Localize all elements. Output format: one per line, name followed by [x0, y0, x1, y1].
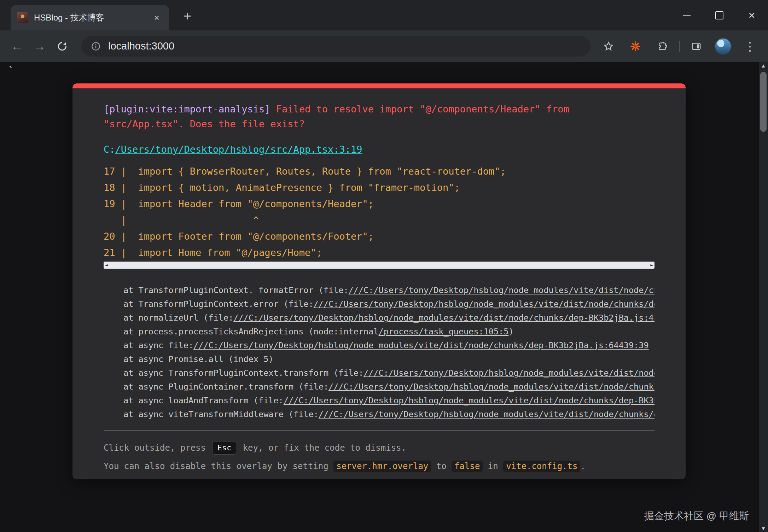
stack-text: at async PluginContainer.transform (file…: [123, 382, 328, 392]
orange-burst-extension-icon: [630, 41, 641, 52]
config-code: vite.config.ts: [503, 461, 580, 472]
stack-file-link[interactable]: ///C:/Users/tony/Desktop/hsblog/node_mod…: [193, 340, 649, 350]
scroll-down-arrow-icon[interactable]: ▼: [759, 525, 768, 531]
stack-file-link[interactable]: ///C:/Users/tony/Desktop/hsblog/node_mod…: [328, 382, 654, 392]
stack-line: at process.processTicksAndRejections (no…: [123, 325, 654, 339]
stack-text: at async loadAndTransform (file:: [123, 396, 284, 405]
community-watermark: 掘金技术社区 @ 甲维斯: [644, 509, 749, 523]
url-text[interactable]: localhost:3000: [108, 40, 174, 52]
vertical-scrollbar[interactable]: ▲ ▼: [759, 62, 768, 532]
profile-avatar: [715, 38, 732, 55]
stack-line: at TransformPluginContext._formatError (…: [123, 283, 654, 297]
side-panel-icon: [691, 41, 702, 52]
stack-line: at async Promise.all (index 5): [123, 352, 654, 366]
browser-window: HSBlog - 技术博客 × + × ← → localhost:3000: [0, 0, 768, 532]
stack-line: at async PluginContainer.transform (file…: [123, 380, 654, 394]
stack-line: at TransformPluginContext.error (file://…: [123, 297, 654, 311]
stack-file-link[interactable]: ///C:/Users/tony/Desktop/hsblog/node_mod…: [233, 313, 654, 323]
browser-toolbar: ← → localhost:3000 ⋮: [0, 30, 768, 62]
stack-text: at async file:: [123, 340, 193, 350]
error-file-link[interactable]: /Users/tony/Desktop/hsblog/src/App.tsx:3…: [115, 144, 362, 155]
stack-line: at normalizeUrl (file:///C:/Users/tony/D…: [123, 311, 654, 325]
config-code: server.hmr.overlay: [333, 461, 431, 472]
code-frame: 17 | import { BrowserRouter, Routes, Rou…: [104, 163, 654, 261]
toolbar-right-group: ⋮: [598, 36, 762, 57]
stack-file-link[interactable]: ///C:/Users/tony/Desktop/hsblog/node_mod…: [363, 368, 654, 378]
tip-text: Click outside, press: [104, 443, 211, 453]
kebab-menu-icon: ⋮: [744, 39, 756, 53]
overlay-config-tip: You can also disable this overlay by set…: [104, 460, 654, 472]
back-arrow-icon: ←: [11, 39, 23, 53]
bookmark-star-icon: [603, 41, 614, 52]
forward-arrow-icon: →: [34, 39, 46, 53]
reload-button[interactable]: [51, 35, 74, 58]
back-button[interactable]: ←: [6, 35, 28, 58]
stack-file-link[interactable]: ///C:/Users/tony/Desktop/hsblog/node_mod…: [284, 396, 654, 405]
tip-text: .: [580, 461, 585, 471]
page-viewport: ` [plugin:vite:import-analysis] Failed t…: [0, 62, 768, 532]
stack-file-link[interactable]: ///C:/Users/tony/Desktop/hsblog/node_mod…: [319, 409, 654, 419]
tip-text: You can also disable this overlay by set…: [104, 461, 333, 471]
tab-favicon-icon: [17, 12, 28, 23]
bookmark-star-button[interactable]: [598, 36, 619, 57]
stack-text: at TransformPluginContext.error (file:: [123, 299, 314, 309]
horizontal-scrollbar[interactable]: ◄►: [104, 262, 654, 269]
error-accent-bar: [72, 83, 686, 88]
window-controls: ×: [670, 0, 768, 30]
stack-line: at async viteTransformMiddleware (file:/…: [123, 408, 654, 421]
error-overlay-body: [plugin:vite:import-analysis] Failed to …: [72, 88, 686, 472]
tip-text: in: [483, 461, 503, 471]
plugin-tag: [plugin:vite:import-analysis]: [104, 104, 270, 115]
window-minimize-button[interactable]: [670, 0, 703, 30]
toolbar-separator: [679, 41, 680, 52]
stack-text: ): [508, 327, 513, 337]
stack-text: at async viteTransformMiddleware (file:: [123, 409, 319, 419]
dismiss-tip: Click outside, press Esc key, or fix the…: [104, 441, 654, 455]
stack-file-link[interactable]: ///C:/Users/tony/Desktop/hsblog/node_mod…: [314, 299, 654, 309]
address-bar[interactable]: localhost:3000: [81, 36, 590, 57]
new-tab-button[interactable]: +: [179, 8, 196, 25]
window-maximize-button[interactable]: [703, 0, 735, 30]
side-panel-button[interactable]: [686, 36, 706, 57]
tip-text: key, or fix the code to dismiss.: [238, 443, 406, 453]
drive-prefix: C:: [104, 144, 115, 155]
stack-line: at async file:///C:/Users/tony/Desktop/h…: [123, 339, 654, 352]
browser-tab[interactable]: HSBlog - 技术博客 ×: [11, 5, 169, 30]
error-message: [plugin:vite:import-analysis] Failed to …: [104, 102, 654, 131]
stack-file-link[interactable]: /process/task_queues:105:5: [379, 327, 509, 337]
tab-title: HSBlog - 技术博客: [34, 12, 151, 23]
stack-line: at async TransformPluginContext.transfor…: [123, 366, 654, 380]
browser-menu-button[interactable]: ⋮: [740, 36, 760, 57]
overlay-divider: [104, 430, 654, 431]
puzzle-piece-icon: [657, 41, 668, 52]
stack-text: at normalizeUrl (file:: [123, 313, 233, 323]
vite-error-overlay: [plugin:vite:import-analysis] Failed to …: [72, 83, 686, 479]
error-file-location: C:/Users/tony/Desktop/hsblog/src/App.tsx…: [104, 142, 654, 157]
stack-text: at async Promise.all (index 5): [123, 354, 273, 364]
extensions-menu-button[interactable]: [652, 36, 673, 57]
window-close-button[interactable]: ×: [735, 0, 768, 30]
config-code: false: [452, 461, 483, 472]
forward-button[interactable]: →: [28, 35, 51, 58]
maximize-icon: [715, 11, 723, 19]
tip-text: to: [431, 461, 452, 471]
stack-line: at async loadAndTransform (file:///C:/Us…: [123, 394, 654, 408]
tab-close-icon[interactable]: ×: [151, 12, 163, 24]
extension-action-button[interactable]: [625, 36, 646, 57]
reload-icon: [57, 41, 68, 52]
profile-button[interactable]: [713, 36, 733, 57]
tab-strip: HSBlog - 技术博客 × + ×: [0, 0, 768, 30]
site-info-icon[interactable]: [91, 41, 101, 52]
esc-key: Esc: [212, 441, 236, 455]
stack-text: at process.processTicksAndRejections (no…: [123, 327, 379, 337]
scroll-right-arrow-icon[interactable]: ►: [650, 262, 653, 269]
stack-trace: at TransformPluginContext._formatError (…: [104, 283, 654, 421]
scrollbar-thumb[interactable]: [760, 72, 767, 132]
stack-text: at async TransformPluginContext.transfor…: [123, 368, 363, 378]
stray-backtick-text: `: [8, 65, 14, 77]
scroll-left-arrow-icon[interactable]: ◄: [105, 262, 108, 269]
scroll-up-arrow-icon[interactable]: ▲: [759, 63, 768, 69]
stack-text: at TransformPluginContext._formatError (…: [123, 285, 349, 295]
stack-file-link[interactable]: ///C:/Users/tony/Desktop/hsblog/node_mod…: [349, 285, 654, 295]
minimize-icon: [683, 15, 691, 16]
